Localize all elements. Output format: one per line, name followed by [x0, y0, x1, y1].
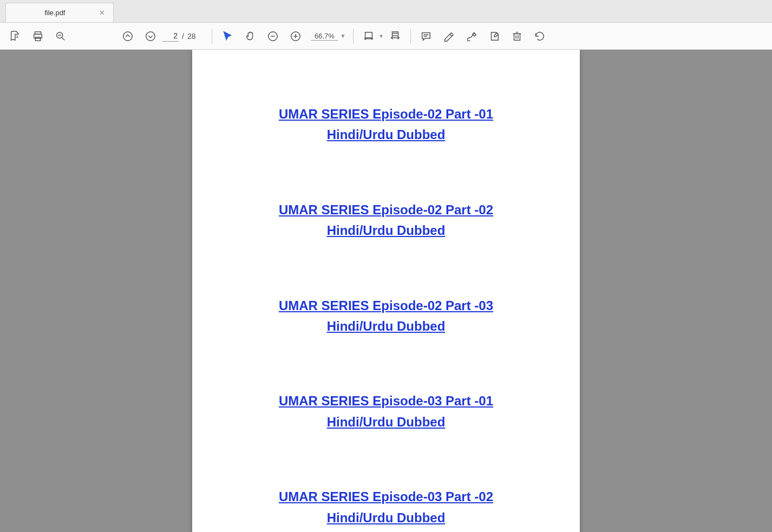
- link-line2: Hindi/Urdu Dubbed: [327, 223, 446, 238]
- zoom-in-icon[interactable]: [285, 25, 306, 47]
- select-cursor-icon[interactable]: [217, 25, 238, 47]
- toolbar: / 28 66.7% ▼ ▼: [0, 23, 772, 50]
- document-tab[interactable]: file.pdf ×: [5, 3, 114, 22]
- link-line1: UMAR SERIES Episode-03 Part -02: [279, 489, 493, 504]
- svg-rect-15: [392, 31, 398, 35]
- text-edit-icon[interactable]: [483, 25, 505, 47]
- document-link[interactable]: UMAR SERIES Episode-03 Part -02 Hindi/Ur…: [279, 489, 493, 524]
- link-line2: Hindi/Urdu Dubbed: [327, 319, 446, 333]
- document-link[interactable]: UMAR SERIES Episode-02 Part -01 Hindi/Ur…: [279, 107, 493, 142]
- document-link[interactable]: UMAR SERIES Episode-03 Part -01 Hindi/Ur…: [279, 393, 493, 429]
- prev-page-icon[interactable]: [117, 25, 139, 47]
- divider: [410, 29, 411, 44]
- chevron-down-icon[interactable]: ▼: [340, 33, 345, 39]
- link-line2: Hindi/Urdu Dubbed: [327, 127, 446, 142]
- draw-icon[interactable]: [461, 25, 482, 47]
- document-link[interactable]: UMAR SERIES Episode-02 Part -02 Hindi/Ur…: [279, 202, 493, 238]
- link-line2: Hindi/Urdu Dubbed: [327, 510, 446, 525]
- hand-pan-icon[interactable]: [239, 25, 261, 47]
- find-icon[interactable]: [50, 25, 71, 47]
- svg-rect-13: [365, 32, 372, 37]
- highlight-icon[interactable]: [438, 25, 460, 47]
- fit-dropdown-icon[interactable]: ▼: [378, 34, 383, 39]
- save-icon[interactable]: [4, 25, 26, 47]
- reflow-icon[interactable]: [384, 25, 406, 47]
- link-item: UMAR SERIES Episode-02 Part -01 Hindi/Ur…: [214, 104, 558, 146]
- link-line2: Hindi/Urdu Dubbed: [327, 415, 446, 429]
- divider: [353, 29, 354, 44]
- zoom-selector[interactable]: 66.7% ▼: [311, 32, 345, 41]
- link-line1: UMAR SERIES Episode-03 Part -01: [279, 393, 493, 408]
- link-item: UMAR SERIES Episode-02 Part -03 Hindi/Ur…: [214, 295, 558, 337]
- document-viewer[interactable]: UMAR SERIES Episode-02 Part -01 Hindi/Ur…: [0, 50, 772, 532]
- page-total: 28: [187, 32, 196, 41]
- tab-title: file.pdf: [12, 9, 97, 17]
- fit-width-icon[interactable]: [358, 25, 380, 47]
- link-line1: UMAR SERIES Episode-02 Part -02: [279, 202, 493, 217]
- page-number-input[interactable]: [162, 30, 179, 42]
- svg-point-6: [123, 31, 133, 41]
- link-line1: UMAR SERIES Episode-02 Part -03: [279, 298, 493, 313]
- link-item: UMAR SERIES Episode-03 Part -02 Hindi/Ur…: [214, 487, 558, 528]
- document-link[interactable]: UMAR SERIES Episode-02 Part -03 Hindi/Ur…: [279, 298, 493, 333]
- link-line1: UMAR SERIES Episode-02 Part -01: [279, 107, 493, 121]
- close-icon[interactable]: ×: [97, 8, 107, 18]
- print-icon[interactable]: [27, 25, 49, 47]
- rotate-icon[interactable]: [529, 25, 551, 47]
- pdf-page: UMAR SERIES Episode-02 Part -01 Hindi/Ur…: [192, 50, 580, 532]
- svg-line-4: [62, 37, 65, 40]
- svg-rect-2: [35, 37, 40, 40]
- divider: [212, 29, 212, 44]
- trash-icon[interactable]: [506, 25, 528, 47]
- svg-rect-21: [514, 34, 520, 40]
- zoom-value: 66.7%: [311, 32, 338, 41]
- page-separator: /: [182, 32, 184, 41]
- next-page-icon[interactable]: [140, 25, 161, 47]
- svg-point-7: [146, 31, 155, 41]
- zoom-out-icon[interactable]: [262, 25, 284, 47]
- comment-icon[interactable]: [415, 25, 437, 47]
- tab-bar: file.pdf ×: [0, 0, 772, 23]
- link-item: UMAR SERIES Episode-03 Part -01 Hindi/Ur…: [214, 391, 558, 432]
- link-item: UMAR SERIES Episode-02 Part -02 Hindi/Ur…: [214, 200, 558, 241]
